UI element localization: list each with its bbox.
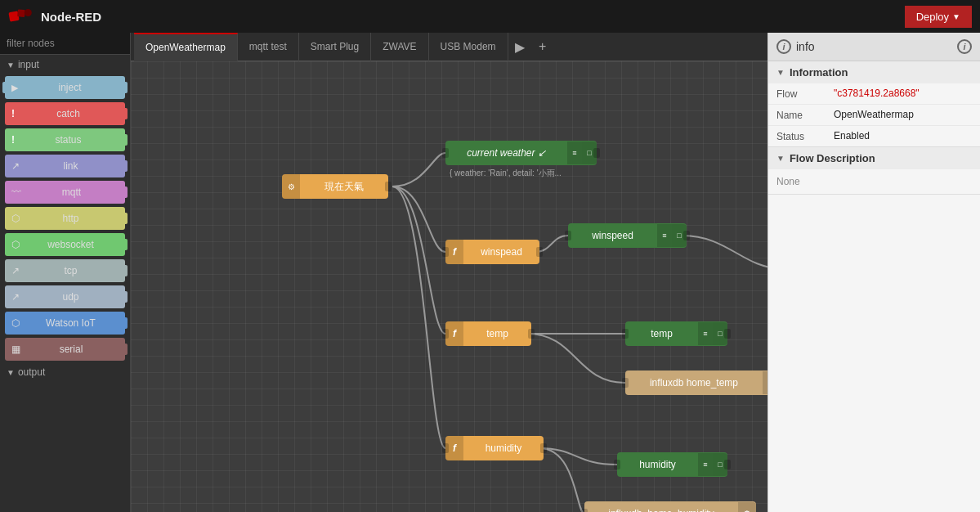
tab-mqtt-test[interactable]: mqtt test — [238, 33, 299, 61]
node-winspeed[interactable]: winspeed ≡ □ — [568, 223, 687, 248]
udp-port-right — [123, 291, 128, 303]
temp-fn-output-port — [528, 329, 535, 339]
deploy-button[interactable]: Deploy ▼ — [905, 6, 972, 28]
node-item-udp[interactable]: ↗ udp — [5, 285, 125, 308]
name-key-label: Name — [776, 109, 834, 121]
node-xianren[interactable]: ⚙ 現在天氣 — [282, 174, 388, 199]
flow-description-label: Flow Description — [790, 152, 875, 164]
humidity-fn-label: humidity — [463, 436, 544, 460]
temp-fn-input-port — [442, 329, 449, 339]
output-section-label: output — [18, 366, 45, 378]
catch-icon: ! — [11, 108, 15, 119]
sidebar: ▼ input ▶ inject ! catch ! status ↗ link… — [0, 33, 131, 512]
node-item-websocket[interactable]: ⬡ websocket — [5, 233, 125, 256]
temp-debug-menu-icon[interactable]: ≡ — [698, 322, 713, 345]
websocket-icon: ⬡ — [11, 239, 20, 250]
flow-description-header[interactable]: ▼ Flow Description — [768, 147, 980, 169]
node-influxdb-temp[interactable]: influxdb home_temp ⚙ — [625, 371, 767, 395]
node-humidity-debug[interactable]: humidity ≡ □ — [617, 452, 727, 477]
winspeed-label: winspeed — [568, 223, 657, 248]
mqtt-label: mqtt — [25, 186, 119, 198]
node-item-http[interactable]: ⬡ http — [5, 207, 125, 230]
influxdb-temp-gear-icon: ⚙ — [763, 371, 767, 394]
information-section-body: Flow "c3781419.2a8668" Name OpenWeatherm… — [768, 83, 980, 146]
section-header-output[interactable]: ▼ output — [0, 362, 130, 382]
status-value: Enabled — [834, 130, 972, 141]
tcp-label: tcp — [23, 265, 119, 276]
flow-description-body: None — [768, 169, 980, 194]
node-humidity-fn[interactable]: f humidity — [445, 436, 544, 460]
canvas-area: OpenWeathermap mqtt test Smart Plug ZWAV… — [131, 33, 767, 512]
main-layout: ▼ input ▶ inject ! catch ! status ↗ link… — [0, 33, 980, 512]
mqtt-icon: 〰 — [11, 186, 21, 198]
info-header-left: i info — [776, 39, 815, 54]
serial-port-right — [123, 344, 128, 355]
inject-icon: ▶ — [11, 83, 18, 93]
node-temp-debug[interactable]: temp ≡ □ — [625, 321, 727, 346]
status-key-label: Status — [776, 130, 834, 142]
http-label: http — [23, 213, 119, 224]
tab-add-button[interactable]: + — [531, 33, 554, 61]
tabs-bar: OpenWeathermap mqtt test Smart Plug ZWAV… — [131, 33, 767, 61]
app-title: Node-RED — [41, 10, 101, 24]
tab-more-button[interactable]: ▶ — [508, 33, 531, 61]
information-section-header[interactable]: ▼ Information — [768, 61, 980, 83]
humidity-menu-icon[interactable]: ≡ — [698, 453, 713, 476]
xianren-output-port — [385, 182, 392, 191]
node-item-link[interactable]: ↗ link — [5, 155, 125, 177]
tab-smart-plug[interactable]: Smart Plug — [299, 33, 371, 61]
flow-key-label: Flow — [776, 88, 834, 100]
winspead-input-port — [442, 247, 449, 257]
inject-port-right — [123, 82, 128, 93]
node-item-serial[interactable]: ▦ serial — [5, 338, 125, 361]
link-icon: ↗ — [11, 160, 20, 172]
winspeed-input-port — [565, 231, 571, 240]
filter-nodes-input[interactable] — [0, 33, 130, 55]
info-i-icon: i — [776, 39, 791, 54]
tab-openweathermap[interactable]: OpenWeathermap — [134, 33, 238, 61]
node-winspead[interactable]: f winspead — [445, 240, 539, 264]
watson-label: Watson IoT — [23, 317, 119, 329]
influxdb-hum-label: influxdb_home_humidity — [584, 501, 738, 512]
node-influxdb-humidity[interactable]: influxdb_home_humidity ⚙ — [584, 501, 756, 512]
node-item-tcp[interactable]: ↗ tcp — [5, 259, 125, 282]
flow-description-section: ▼ Flow Description None — [768, 147, 980, 195]
flow-canvas[interactable]: ⚙ 現在天氣 current weather ↙ ≡ □ { weather: … — [131, 61, 767, 512]
temp-debug-input-port — [622, 329, 629, 339]
info-help-button[interactable]: i — [957, 39, 972, 54]
winspead-label: winspead — [463, 240, 539, 264]
node-current-weather[interactable]: current weather ↙ ≡ □ — [445, 141, 597, 165]
deploy-label: Deploy — [916, 11, 949, 23]
winspeed-output-port — [683, 231, 690, 240]
humidity-debug-input-port — [614, 460, 620, 469]
node-item-status[interactable]: ! status — [5, 128, 125, 151]
current-input-port — [442, 148, 449, 158]
current-menu-icon[interactable]: ≡ — [567, 141, 582, 164]
node-item-mqtt[interactable]: 〰 mqtt — [5, 181, 125, 204]
winspeed-menu-icon[interactable]: ≡ — [657, 224, 672, 247]
node-item-catch[interactable]: ! catch — [5, 102, 125, 125]
node-temp-fn[interactable]: f temp — [445, 321, 531, 346]
node-item-watson[interactable]: ⬡ Watson IoT — [5, 312, 125, 335]
influxdb-temp-label: influxdb home_temp — [625, 371, 763, 395]
tab-usb-modem[interactable]: USB Modem — [429, 33, 508, 61]
node-item-inject[interactable]: ▶ inject — [5, 76, 125, 99]
tab-zwave[interactable]: ZWAVE — [371, 33, 428, 61]
info-row-status: Status Enabled — [768, 126, 980, 146]
status-label: status — [18, 134, 119, 146]
websocket-label: websocket — [23, 239, 119, 250]
information-section-label: Information — [790, 66, 848, 79]
information-caret-icon: ▼ — [776, 68, 785, 77]
section-header-input[interactable]: ▼ input — [0, 55, 130, 74]
information-section: ▼ Information Flow "c3781419.2a8668" Nam… — [768, 61, 980, 147]
catch-label: catch — [18, 108, 119, 119]
name-value: OpenWeathermap — [834, 109, 972, 120]
http-icon: ⬡ — [11, 213, 20, 224]
influxdb-hum-input-port — [581, 509, 588, 512]
input-section-label: input — [18, 59, 39, 70]
xianren-label: 現在天氣 — [300, 174, 388, 199]
input-section-caret: ▼ — [7, 61, 15, 70]
info-row-flow: Flow "c3781419.2a8668" — [768, 83, 980, 105]
current-weather-label: current weather ↙ — [445, 141, 567, 165]
output-section-caret: ▼ — [7, 368, 15, 377]
